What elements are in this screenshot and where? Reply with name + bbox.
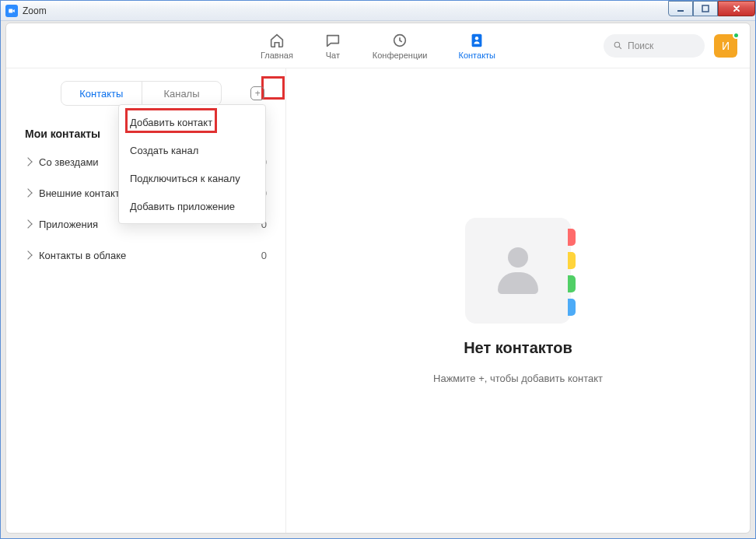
presence-indicator-icon <box>733 32 740 39</box>
main-empty-area: Нет контактов Нажмите +, чтобы добавить … <box>286 68 750 533</box>
chevron-right-icon <box>23 188 32 197</box>
nav-home[interactable]: Главная <box>254 30 299 61</box>
menu-join-channel-label: Подключиться к каналу <box>130 173 240 184</box>
sidebar-tabs: Контакты Каналы <box>61 81 222 106</box>
search-placeholder: Поиск <box>628 40 653 51</box>
svg-rect-3 <box>472 33 482 47</box>
titlebar[interactable]: Zoom <box>1 1 755 21</box>
app-window: Главная Чат Конференции Контакты <box>5 23 751 534</box>
menu-add-contact-label: Добавить контакт <box>130 117 212 128</box>
window-maximize-button[interactable] <box>693 1 718 16</box>
nav-meetings-label: Конференции <box>373 51 428 60</box>
avatar-initial: И <box>722 40 730 52</box>
add-dropdown-menu: Добавить контакт Создать канал Подключит… <box>118 104 266 224</box>
empty-contacts-illustration-icon <box>465 218 571 324</box>
zoom-app-icon <box>5 5 18 17</box>
tab-contacts[interactable]: Контакты <box>61 82 142 105</box>
top-nav: Главная Чат Конференции Контакты <box>6 23 750 68</box>
category-starred-label: Со звездами <box>39 156 99 168</box>
category-external-label: Внешние контакты <box>39 187 127 199</box>
nav-meetings[interactable]: Конференции <box>366 30 434 61</box>
nav-contacts[interactable]: Контакты <box>453 30 502 61</box>
menu-add-contact[interactable]: Добавить контакт <box>119 108 265 136</box>
empty-title: Нет контактов <box>464 339 572 357</box>
category-apps-label: Приложения <box>39 219 98 230</box>
svg-point-4 <box>475 37 478 40</box>
svg-rect-0 <box>677 10 684 12</box>
menu-add-app-label: Добавить приложение <box>130 201 235 212</box>
category-cloud[interactable]: Контакты в облаке 0 <box>6 240 285 271</box>
search-input[interactable]: Поиск <box>604 34 705 58</box>
add-button[interactable]: + <box>248 84 267 103</box>
os-window-frame: Zoom Главная Чат <box>0 0 756 539</box>
plus-icon: + <box>250 86 264 100</box>
menu-join-channel[interactable]: Подключиться к каналу <box>119 164 265 192</box>
chevron-right-icon <box>23 219 32 228</box>
chevron-right-icon <box>23 157 32 166</box>
tab-channels-label: Каналы <box>163 88 199 100</box>
menu-create-channel-label: Создать канал <box>130 145 198 156</box>
menu-add-app[interactable]: Добавить приложение <box>119 192 265 220</box>
svg-point-5 <box>614 42 620 47</box>
sidebar: Контакты Каналы + Добавить контакт Созда… <box>6 68 286 533</box>
nav-contacts-label: Контакты <box>459 51 496 60</box>
chevron-right-icon <box>23 250 32 259</box>
svg-rect-1 <box>702 5 709 12</box>
window-close-button[interactable] <box>718 1 755 16</box>
tab-channels[interactable]: Каналы <box>142 82 222 105</box>
nav-home-label: Главная <box>261 51 293 60</box>
window-minimize-button[interactable] <box>668 1 693 16</box>
empty-subtitle: Нажмите +, чтобы добавить контакт <box>433 373 603 384</box>
search-icon <box>613 40 623 51</box>
menu-create-channel[interactable]: Создать канал <box>119 136 265 164</box>
avatar[interactable]: И <box>714 34 737 58</box>
category-cloud-label: Контакты в облаке <box>39 250 126 261</box>
nav-chat[interactable]: Чат <box>318 30 348 61</box>
tab-contacts-label: Контакты <box>79 88 123 100</box>
nav-chat-label: Чат <box>326 51 340 60</box>
category-cloud-count: 0 <box>261 250 267 261</box>
window-title: Zoom <box>23 5 47 16</box>
